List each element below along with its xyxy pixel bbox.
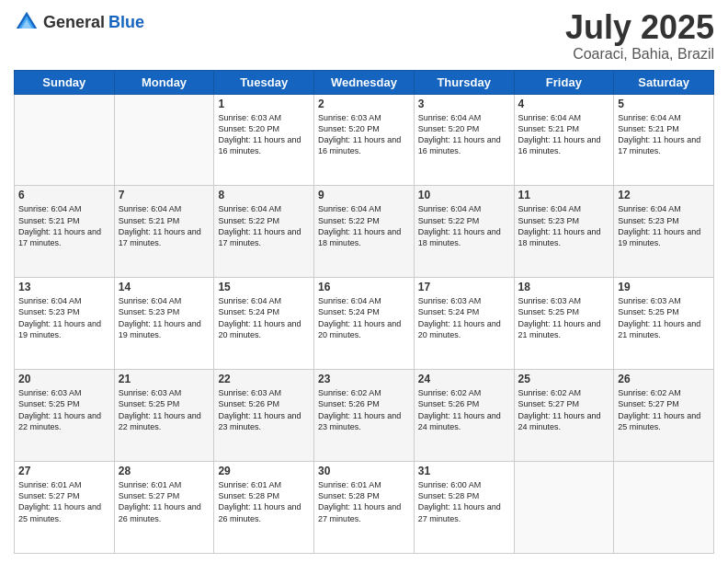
day-info: Sunrise: 6:03 AM Sunset: 5:25 PM Dayligh… [518,295,610,340]
page: GeneralBlue July 2025 Coaraci, Bahia, Br… [0,0,728,563]
calendar-cell: 4Sunrise: 6:04 AM Sunset: 5:21 PM Daylig… [514,94,614,186]
calendar-cell: 28Sunrise: 6:01 AM Sunset: 5:27 PM Dayli… [114,462,214,554]
calendar-cell: 12Sunrise: 6:04 AM Sunset: 5:23 PM Dayli… [614,186,714,278]
calendar-cell: 9Sunrise: 6:04 AM Sunset: 5:22 PM Daylig… [314,186,415,278]
day-info: Sunrise: 6:04 AM Sunset: 5:22 PM Dayligh… [418,203,510,248]
calendar-cell: 26Sunrise: 6:02 AM Sunset: 5:27 PM Dayli… [614,370,714,462]
calendar-cell: 30Sunrise: 6:01 AM Sunset: 5:28 PM Dayli… [314,462,415,554]
day-number: 25 [518,373,610,385]
calendar-cell: 5Sunrise: 6:04 AM Sunset: 5:21 PM Daylig… [614,94,714,186]
day-number: 21 [119,373,210,385]
day-number: 14 [119,281,210,293]
day-info: Sunrise: 6:03 AM Sunset: 5:20 PM Dayligh… [218,112,310,157]
day-number: 13 [18,281,110,293]
day-info: Sunrise: 6:01 AM Sunset: 5:28 PM Dayligh… [218,479,310,524]
calendar-cell: 25Sunrise: 6:02 AM Sunset: 5:27 PM Dayli… [514,370,614,462]
calendar-cell: 7Sunrise: 6:04 AM Sunset: 5:21 PM Daylig… [114,186,214,278]
day-number: 4 [518,98,610,110]
calendar-cell [614,462,714,554]
day-info: Sunrise: 6:04 AM Sunset: 5:22 PM Dayligh… [318,203,410,248]
day-number: 30 [318,465,410,477]
day-number: 31 [418,465,510,477]
calendar-cell: 17Sunrise: 6:03 AM Sunset: 5:24 PM Dayli… [414,278,514,370]
calendar-cell: 24Sunrise: 6:02 AM Sunset: 5:26 PM Dayli… [414,370,514,462]
day-number: 3 [418,98,510,110]
calendar-cell: 14Sunrise: 6:04 AM Sunset: 5:23 PM Dayli… [114,278,214,370]
day-info: Sunrise: 6:04 AM Sunset: 5:23 PM Dayligh… [618,203,710,248]
calendar-cell [114,94,214,186]
day-info: Sunrise: 6:03 AM Sunset: 5:24 PM Dayligh… [418,295,510,340]
calendar-cell: 23Sunrise: 6:02 AM Sunset: 5:26 PM Dayli… [314,370,415,462]
day-info: Sunrise: 6:03 AM Sunset: 5:26 PM Dayligh… [218,387,310,432]
day-info: Sunrise: 6:01 AM Sunset: 5:28 PM Dayligh… [318,479,410,524]
day-info: Sunrise: 6:04 AM Sunset: 5:20 PM Dayligh… [418,112,510,157]
day-info: Sunrise: 6:02 AM Sunset: 5:26 PM Dayligh… [418,387,510,432]
calendar-cell: 31Sunrise: 6:00 AM Sunset: 5:28 PM Dayli… [414,462,514,554]
day-number: 26 [618,373,710,385]
day-number: 29 [218,465,310,477]
day-number: 11 [518,189,610,201]
title-block: July 2025 Coaraci, Bahia, Brazil [565,9,714,63]
day-info: Sunrise: 6:01 AM Sunset: 5:27 PM Dayligh… [18,479,110,524]
day-number: 7 [119,189,210,201]
col-thursday: Thursday [414,70,514,94]
calendar-header-row: Sunday Monday Tuesday Wednesday Thursday… [15,70,714,94]
day-info: Sunrise: 6:01 AM Sunset: 5:27 PM Dayligh… [119,479,210,524]
calendar-cell: 19Sunrise: 6:03 AM Sunset: 5:25 PM Dayli… [614,278,714,370]
calendar-week-row: 1Sunrise: 6:03 AM Sunset: 5:20 PM Daylig… [15,94,714,186]
calendar-week-row: 13Sunrise: 6:04 AM Sunset: 5:23 PM Dayli… [15,278,714,370]
calendar-cell: 18Sunrise: 6:03 AM Sunset: 5:25 PM Dayli… [514,278,614,370]
calendar-table: Sunday Monday Tuesday Wednesday Thursday… [14,70,714,554]
day-info: Sunrise: 6:04 AM Sunset: 5:24 PM Dayligh… [318,295,410,340]
logo-icon [14,9,40,35]
day-number: 16 [318,281,410,293]
col-tuesday: Tuesday [214,70,314,94]
calendar-cell [514,462,614,554]
day-info: Sunrise: 6:04 AM Sunset: 5:23 PM Dayligh… [119,295,210,340]
day-number: 22 [218,373,310,385]
day-info: Sunrise: 6:03 AM Sunset: 5:25 PM Dayligh… [618,295,710,340]
day-number: 5 [618,98,710,110]
day-number: 18 [518,281,610,293]
calendar-week-row: 27Sunrise: 6:01 AM Sunset: 5:27 PM Dayli… [15,462,714,554]
day-info: Sunrise: 6:04 AM Sunset: 5:23 PM Dayligh… [518,203,610,248]
day-info: Sunrise: 6:04 AM Sunset: 5:24 PM Dayligh… [218,295,310,340]
col-sunday: Sunday [15,70,115,94]
day-number: 17 [418,281,510,293]
day-number: 8 [218,189,310,201]
day-info: Sunrise: 6:03 AM Sunset: 5:25 PM Dayligh… [18,387,110,432]
col-saturday: Saturday [614,70,714,94]
calendar-cell: 3Sunrise: 6:04 AM Sunset: 5:20 PM Daylig… [414,94,514,186]
calendar-cell: 6Sunrise: 6:04 AM Sunset: 5:21 PM Daylig… [15,186,115,278]
day-number: 23 [318,373,410,385]
day-number: 28 [119,465,210,477]
calendar-cell: 27Sunrise: 6:01 AM Sunset: 5:27 PM Dayli… [15,462,115,554]
calendar-cell: 22Sunrise: 6:03 AM Sunset: 5:26 PM Dayli… [214,370,314,462]
logo: GeneralBlue [14,9,144,35]
day-number: 19 [618,281,710,293]
header: GeneralBlue July 2025 Coaraci, Bahia, Br… [14,9,714,63]
day-number: 6 [18,189,110,201]
day-info: Sunrise: 6:04 AM Sunset: 5:21 PM Dayligh… [618,112,710,157]
calendar-cell: 20Sunrise: 6:03 AM Sunset: 5:25 PM Dayli… [15,370,115,462]
day-info: Sunrise: 6:02 AM Sunset: 5:27 PM Dayligh… [518,387,610,432]
day-info: Sunrise: 6:04 AM Sunset: 5:22 PM Dayligh… [218,203,310,248]
calendar-cell: 21Sunrise: 6:03 AM Sunset: 5:25 PM Dayli… [114,370,214,462]
day-number: 20 [18,373,110,385]
col-wednesday: Wednesday [314,70,415,94]
day-number: 15 [218,281,310,293]
calendar-cell: 2Sunrise: 6:03 AM Sunset: 5:20 PM Daylig… [314,94,415,186]
day-info: Sunrise: 6:03 AM Sunset: 5:20 PM Dayligh… [318,112,410,157]
day-number: 9 [318,189,410,201]
col-monday: Monday [114,70,214,94]
day-info: Sunrise: 6:04 AM Sunset: 5:23 PM Dayligh… [18,295,110,340]
calendar-cell: 13Sunrise: 6:04 AM Sunset: 5:23 PM Dayli… [15,278,115,370]
col-friday: Friday [514,70,614,94]
calendar-cell [15,94,115,186]
day-number: 10 [418,189,510,201]
day-info: Sunrise: 6:03 AM Sunset: 5:25 PM Dayligh… [119,387,210,432]
logo-text-general: General [43,13,105,32]
day-info: Sunrise: 6:04 AM Sunset: 5:21 PM Dayligh… [518,112,610,157]
calendar-cell: 8Sunrise: 6:04 AM Sunset: 5:22 PM Daylig… [214,186,314,278]
logo-text-blue: Blue [108,13,144,32]
